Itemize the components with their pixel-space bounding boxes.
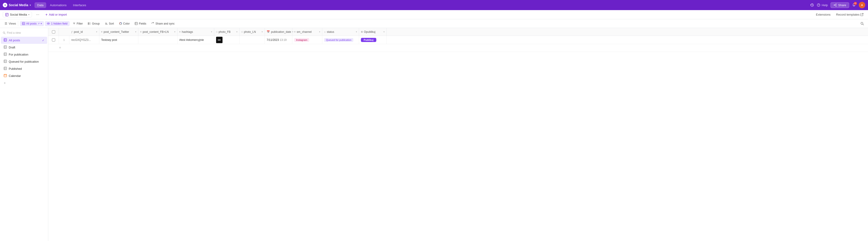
fb-ln-field-icon: ≡ <box>140 31 142 33</box>
row-fb-ln[interactable] <box>138 36 178 44</box>
help-button[interactable]: ? Help <box>817 3 828 7</box>
group-button[interactable]: Group <box>86 21 102 26</box>
row-post-id[interactable]: recGXQYGZ3... <box>69 36 99 44</box>
header-sm-channel[interactable]: ≡ sm_channel ▾ <box>292 28 322 36</box>
header-hashtags[interactable]: ≡ hashtags ▾ <box>178 28 214 36</box>
post-id-field-icon: ƒ <box>71 31 73 33</box>
color-label: Color <box>123 22 130 25</box>
fields-button[interactable]: Fields <box>133 21 148 26</box>
extensions-label: Extensions <box>816 13 831 16</box>
svg-line-33 <box>863 24 864 25</box>
add-row-button[interactable]: + <box>48 44 868 52</box>
app-logo[interactable]: ✦ Social Media ▾ <box>3 3 31 7</box>
search-button[interactable] <box>859 21 865 27</box>
extensions-button[interactable]: Extensions <box>814 12 833 17</box>
table-options-button[interactable]: ⋯ <box>34 12 41 18</box>
sidebar-item-all-posts[interactable]: All posts ✓ <box>1 37 47 44</box>
nav-tab-data[interactable]: Data <box>34 2 46 8</box>
twitter-field-icon: ≡ <box>101 31 102 33</box>
app-dropdown-arrow: ▾ <box>30 4 31 6</box>
row-photo-fb[interactable]: GK <box>214 36 240 44</box>
twitter-sort-icon: ▾ <box>135 31 136 33</box>
sm-channel-badge: Instagram <box>294 38 309 42</box>
history-icon <box>810 3 814 7</box>
find-view-input[interactable]: Find a view <box>0 30 48 36</box>
search-icon <box>860 22 864 25</box>
filter-icon <box>73 22 75 25</box>
svg-line-6 <box>835 4 836 5</box>
header-status[interactable]: ○ status ▾ <box>322 28 359 36</box>
fields-icon <box>135 22 138 25</box>
nav-tab-interfaces[interactable]: Interfaces <box>70 2 89 8</box>
history-button[interactable] <box>810 3 814 7</box>
row-opublikuj[interactable]: Publikuj <box>359 36 386 44</box>
eye-icon <box>47 22 50 25</box>
add-row-icon: + <box>59 45 61 50</box>
record-templates-button[interactable]: Record templates <box>834 12 865 17</box>
svg-point-34 <box>3 32 5 34</box>
header-photo-ln[interactable]: □ photo_LN ▾ <box>240 28 265 36</box>
sidebar-item-queued[interactable]: Queued for publication <box>1 58 47 65</box>
fields-label: Fields <box>139 22 146 25</box>
share-button[interactable]: Share <box>831 2 849 8</box>
secondary-bar: Social Media ▾ ⋯ + Add or import Extensi… <box>0 10 868 19</box>
pub-date-label: publication_date <box>271 30 291 34</box>
svg-rect-40 <box>4 46 7 48</box>
logo-icon: ✦ <box>3 3 7 7</box>
svg-point-17 <box>48 23 49 24</box>
notification-button[interactable]: 77 <box>852 3 856 8</box>
user-avatar[interactable]: A <box>859 2 865 8</box>
current-table-button[interactable]: Social Media ▾ <box>3 12 32 18</box>
table-dropdown-arrow: ▾ <box>28 13 29 16</box>
sidebar-item-calendar[interactable]: Calendar <box>1 72 47 79</box>
fb-ln-sort-icon: ▾ <box>174 31 176 33</box>
header-twitter[interactable]: ≡ post_content_Twitter ▾ <box>99 28 138 36</box>
filter-button[interactable]: Filter <box>70 21 85 26</box>
table-wrapper: ƒ post_id ▾ ≡ post_content_Twitter ▾ ≡ p… <box>48 28 868 52</box>
header-pub-date[interactable]: 📅 publication_date ▾ <box>265 28 292 36</box>
svg-line-7 <box>835 5 836 6</box>
svg-rect-12 <box>22 22 25 25</box>
row-sm-channel[interactable]: Instagram <box>292 36 322 44</box>
sidebar-item-for-publication[interactable]: For publication <box>1 51 47 58</box>
nav-tab-automations[interactable]: Automations <box>47 2 69 8</box>
published-icon <box>4 67 7 71</box>
sort-button[interactable]: Sort <box>103 21 116 26</box>
add-view-button[interactable]: + <box>1 79 47 87</box>
share-view-icon: ↗ <box>38 22 39 25</box>
status-badge: Queued for publication <box>324 38 353 42</box>
header-photo-fb[interactable]: □ photo_FB ▾ <box>214 28 240 36</box>
table-row: 1 recGXQYGZ3... Testowy post #test #ekom… <box>48 36 868 44</box>
select-all-checkbox[interactable] <box>52 30 55 34</box>
all-posts-label: All posts <box>9 39 20 42</box>
sidebar-item-published[interactable]: Published <box>1 65 47 72</box>
hidden-fields-button[interactable]: 1 hidden field <box>45 21 69 26</box>
sm-channel-sort-icon: ▾ <box>319 31 320 33</box>
row-status[interactable]: Queued for publication <box>322 36 359 44</box>
sidebar-item-draft[interactable]: Draft <box>1 44 47 51</box>
add-import-button[interactable]: + Add or import <box>43 12 68 18</box>
add-import-label: Add or import <box>49 13 67 16</box>
help-label: Help <box>822 3 828 7</box>
hidden-fields-label: 1 hidden field <box>51 22 67 25</box>
calendar-label: Calendar <box>9 74 21 77</box>
top-navigation: ✦ Social Media ▾ Data Automations Interf… <box>0 0 868 10</box>
share-sync-button[interactable]: Share and sync <box>149 21 177 26</box>
header-opublikuj[interactable]: ⊞ Opublikuj ▾ <box>359 28 386 36</box>
hashtags-label: hashtags <box>182 30 193 34</box>
header-post-id[interactable]: ƒ post_id ▾ <box>69 28 99 36</box>
find-view-search-icon <box>3 31 5 34</box>
fb-ln-label: post_content_FB+LN <box>143 30 169 34</box>
row-photo-ln[interactable] <box>240 36 265 44</box>
publish-button[interactable]: Publikuj <box>361 38 376 42</box>
row-checkbox[interactable] <box>52 38 55 41</box>
row-hashtags[interactable]: #test #ekomercyjnie <box>178 36 214 44</box>
color-button[interactable]: Color <box>117 21 132 26</box>
row-twitter[interactable]: Testowy post <box>99 36 138 44</box>
all-posts-view-button[interactable]: All posts ↗ ▾ <box>20 21 44 26</box>
header-fb-ln[interactable]: ≡ post_content_FB+LN ▾ <box>138 28 178 36</box>
photo-fb-sort-icon: ▾ <box>236 31 238 33</box>
row-pub-date[interactable]: 7/11/2023 13:19 <box>265 36 292 44</box>
find-view-placeholder: Find a view <box>7 31 21 34</box>
for-publication-icon <box>4 53 7 57</box>
